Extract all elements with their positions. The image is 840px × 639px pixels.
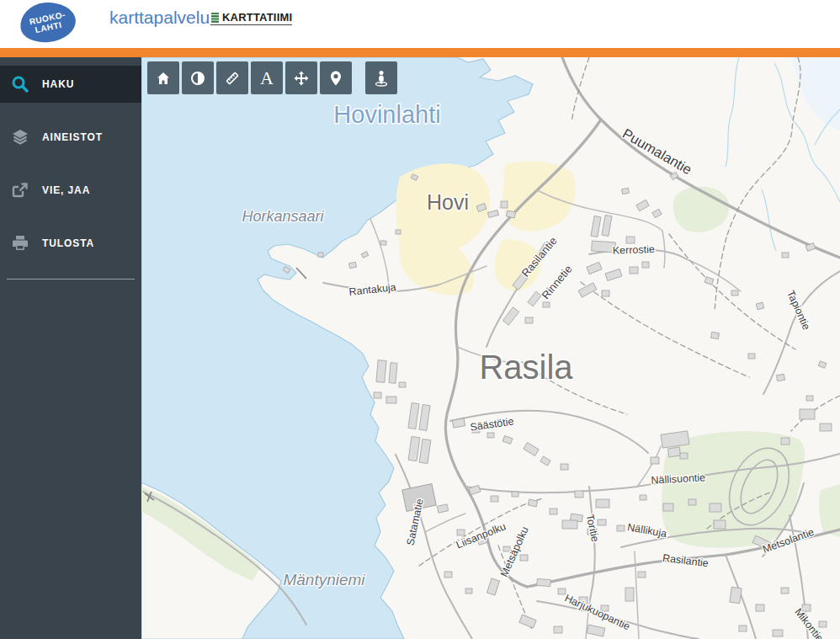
map-viewport[interactable]: HovinlahtiHorkansaariMäntyniemiHoviRasil… bbox=[141, 57, 840, 639]
building bbox=[386, 397, 396, 403]
building bbox=[528, 499, 537, 507]
contrast-icon bbox=[189, 70, 206, 87]
add-marker-button[interactable] bbox=[320, 61, 352, 94]
sidebar-item-label: VIE, JAA bbox=[42, 184, 90, 196]
building bbox=[776, 374, 784, 381]
building bbox=[626, 237, 635, 243]
search-icon bbox=[10, 74, 30, 94]
app-title: karttapalvelu bbox=[109, 8, 210, 28]
building bbox=[348, 262, 356, 269]
building bbox=[501, 201, 508, 208]
building bbox=[680, 453, 688, 459]
building bbox=[444, 572, 452, 578]
map-label: Kerrostie bbox=[613, 243, 656, 257]
app-header: RUOKO- LAHTI karttapalvelu KARTTATIIMI bbox=[0, 0, 840, 48]
map-toolbar: A bbox=[147, 61, 397, 94]
building bbox=[617, 525, 625, 531]
building bbox=[622, 188, 630, 194]
building bbox=[561, 464, 568, 470]
building bbox=[800, 409, 815, 419]
building bbox=[550, 509, 557, 514]
building bbox=[710, 503, 721, 512]
karttatiimi-label: KARTTATIIMI bbox=[222, 11, 292, 24]
map-label: Mäntyniemi bbox=[283, 571, 365, 588]
building bbox=[640, 495, 646, 500]
sidebar-item-label: AINEISTOT bbox=[42, 131, 103, 143]
sidebar-item-haku[interactable]: HAKU bbox=[0, 66, 141, 103]
building bbox=[756, 604, 764, 611]
print-icon bbox=[10, 233, 30, 253]
sidebar-item-label: TULOSTA bbox=[42, 237, 94, 249]
building bbox=[558, 588, 566, 594]
street-view-button[interactable] bbox=[365, 61, 397, 94]
map-canvas[interactable]: HovinlahtiHorkansaariMäntyniemiHoviRasil… bbox=[141, 57, 840, 639]
building bbox=[820, 423, 832, 431]
building bbox=[781, 438, 789, 445]
building bbox=[598, 519, 606, 525]
building bbox=[819, 621, 827, 627]
sidebar-item-vie-jaa[interactable]: VIE, JAA bbox=[0, 172, 141, 209]
building bbox=[389, 363, 397, 384]
pan-button[interactable] bbox=[285, 61, 317, 94]
building bbox=[396, 230, 401, 234]
building bbox=[506, 210, 515, 218]
add-text-button[interactable]: A bbox=[251, 61, 283, 94]
building bbox=[667, 447, 680, 457]
map-label: Hovi bbox=[427, 190, 469, 214]
building bbox=[781, 588, 789, 594]
pegman-icon bbox=[372, 69, 391, 88]
building bbox=[465, 588, 472, 594]
building bbox=[748, 354, 755, 359]
building bbox=[714, 520, 726, 529]
building bbox=[731, 290, 738, 296]
building bbox=[318, 253, 323, 257]
building bbox=[773, 630, 783, 636]
measure-button[interactable] bbox=[216, 61, 248, 94]
building bbox=[663, 503, 673, 511]
building bbox=[399, 382, 406, 387]
building bbox=[487, 433, 494, 438]
building bbox=[651, 457, 659, 464]
building bbox=[537, 578, 551, 586]
home-icon bbox=[155, 70, 172, 87]
building bbox=[642, 262, 649, 268]
sidebar: HAKU AINEISTOT VIE, JAA TULOS bbox=[0, 57, 141, 639]
map-label: Hovinlahti bbox=[333, 101, 440, 128]
text-icon: A bbox=[260, 69, 274, 88]
building bbox=[756, 302, 764, 310]
building bbox=[575, 491, 583, 498]
building bbox=[512, 492, 518, 497]
map-label: Rasila bbox=[479, 349, 573, 386]
building bbox=[596, 499, 609, 508]
karttatiimi-link[interactable]: KARTTATIIMI bbox=[210, 11, 292, 25]
marker-icon bbox=[327, 70, 344, 87]
building bbox=[602, 290, 609, 296]
building bbox=[688, 499, 696, 505]
building bbox=[525, 317, 533, 323]
home-button[interactable] bbox=[147, 61, 179, 94]
contrast-button[interactable] bbox=[182, 61, 214, 94]
building bbox=[374, 392, 381, 398]
municipality-logo: RUOKO- LAHTI bbox=[19, 0, 77, 45]
share-icon bbox=[10, 180, 30, 200]
sidebar-divider bbox=[7, 279, 135, 280]
building bbox=[452, 418, 465, 428]
building bbox=[782, 253, 789, 258]
building bbox=[543, 302, 550, 307]
building bbox=[562, 520, 577, 529]
building bbox=[739, 626, 747, 631]
map-label: Horkansaari bbox=[242, 208, 324, 225]
building bbox=[491, 496, 498, 502]
sidebar-item-tulosta[interactable]: TULOSTA bbox=[0, 225, 141, 262]
sidebar-item-label: HAKU bbox=[42, 78, 74, 90]
accent-bar bbox=[0, 48, 840, 57]
building bbox=[638, 572, 646, 578]
building bbox=[457, 530, 465, 535]
building bbox=[630, 267, 638, 274]
sidebar-item-aineistot[interactable]: AINEISTOT bbox=[0, 119, 141, 156]
building bbox=[380, 241, 386, 246]
building bbox=[520, 555, 528, 561]
building bbox=[710, 332, 719, 338]
layers-icon bbox=[10, 127, 30, 147]
karttatiimi-icon bbox=[210, 13, 220, 23]
